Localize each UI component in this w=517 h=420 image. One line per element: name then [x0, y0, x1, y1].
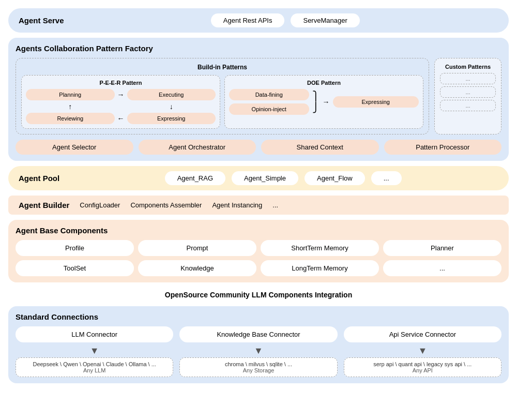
profile-pill: Profile: [16, 240, 134, 256]
pattern-processor-pill: Pattern Processor: [384, 140, 502, 155]
longterm-memory-pill: LongTerm Memory: [261, 260, 379, 276]
agent-rest-apis-pill: Agent Rest APIs: [211, 13, 285, 27]
knowledge-arrow-down: ▼: [254, 346, 263, 356]
api-arrow-down: ▼: [418, 346, 427, 356]
custom-box-3: ...: [440, 100, 496, 111]
doe-layout: Data-fining Opinion-inject ⎫⎭ → Expressi…: [229, 89, 419, 115]
llm-connector-group: ▼ Deepseek \ Qwen \ Openai \ Claude \ Ol…: [16, 346, 173, 377]
doe-left: Data-fining Opinion-inject: [229, 89, 309, 115]
builtin-label: Build-in Patterns: [21, 64, 423, 71]
agent-simple-pill: Agent_Simple: [232, 171, 298, 185]
agent-instancing-item: Agent Instancing: [212, 201, 262, 209]
agent-builder-title: Agent Builder: [19, 201, 69, 209]
agent-orchestrator-pill: Agent Orchestrator: [139, 140, 256, 155]
arrow-down-right: ↓: [127, 102, 216, 111]
base-components-section: Agent Base Components Profile Prompt Sho…: [8, 220, 509, 282]
knowledge-connector-group: ▼ chroma \ milvus \ sqlite \ ...Any Stor…: [179, 346, 337, 377]
collaboration-title: Agents Collaboration Pattern Factory: [16, 44, 501, 53]
executing-node: Executing: [127, 89, 216, 100]
agent-serve-section: Agent Serve Agent Rest APIs ServeManager: [8, 8, 509, 33]
agent-serve-pills: Agent Rest APIs ServeManager: [72, 13, 498, 27]
peer-pattern-box: P-E-E-R Pattern Planning → Executing ↑ ↓…: [21, 75, 220, 129]
peer-grid: Planning → Executing ↑ ↓ Reviewing ← Exp…: [26, 89, 216, 124]
planning-node: Planning: [26, 89, 115, 100]
base-components-title: Agent Base Components: [16, 226, 501, 235]
patterns-row: P-E-E-R Pattern Planning → Executing ↑ ↓…: [21, 75, 423, 129]
llm-connector-pill: LLM Connector: [16, 326, 173, 342]
peer-title: P-E-E-R Pattern: [26, 80, 216, 86]
collaboration-section: Agents Collaboration Pattern Factory Bui…: [8, 38, 509, 161]
opensource-label: OpenSource Community LLM Components Inte…: [8, 288, 509, 302]
agent-builder-more: ...: [272, 201, 278, 209]
api-connector-group: ▼ serp api \ quant api \ legacy sys api …: [344, 346, 501, 377]
base-components-grid: Profile Prompt ShortTerm Memory Planner …: [16, 240, 501, 276]
collab-inner: Build-in Patterns P-E-E-R Pattern Planni…: [16, 58, 501, 134]
doe-expressing-node: Expressing: [333, 96, 419, 108]
doe-title: DOE Pattern: [229, 80, 419, 86]
data-fining-node: Data-fining: [229, 89, 309, 100]
custom-box-1: ...: [440, 73, 496, 84]
api-service-connector-pill: Api Service Connector: [344, 326, 501, 342]
knowledge-base-connector-pill: Knowledge Base Connector: [179, 326, 337, 342]
std-pills-row: LLM Connector Knowledge Base Connector A…: [16, 326, 501, 342]
knowledge-connector-dashed: chroma \ milvus \ sqlite \ ...Any Storag…: [179, 357, 337, 377]
collab-bottom-pills: Agent Selector Agent Orchestrator Shared…: [16, 140, 501, 155]
expressing-peer-node: Expressing: [127, 113, 216, 124]
llm-arrow-down: ▼: [90, 346, 99, 356]
opinion-inject-node: Opinion-inject: [229, 103, 309, 115]
arrow-right-1: →: [116, 91, 126, 99]
base-more: ...: [383, 260, 501, 276]
doe-pattern-box: DOE Pattern Data-fining Opinion-inject ⎫…: [224, 75, 423, 129]
std-connections-title: Standard Connections: [16, 312, 501, 321]
agent-flow-pill: Agent_Flow: [305, 171, 365, 185]
arrow-left-1: ←: [116, 114, 126, 123]
config-loader-item: ConfigLoader: [80, 201, 120, 209]
reviewing-node: Reviewing: [26, 113, 115, 124]
prompt-pill: Prompt: [138, 240, 256, 256]
doe-arrow: →: [323, 98, 330, 106]
agent-serve-title: Agent Serve: [19, 16, 64, 25]
agent-pool-more: ...: [371, 171, 402, 185]
arrow-up-left: ↑: [26, 102, 115, 111]
agent-pool-section: Agent Pool Agent_RAG Agent_Simple Agent_…: [8, 166, 509, 190]
custom-label: Custom Patterns: [440, 64, 496, 70]
agent-pool-title: Agent Pool: [19, 174, 59, 183]
knowledge-pill: Knowledge: [138, 260, 256, 276]
doe-bracket: ⎫⎭: [312, 91, 320, 113]
agent-builder-section: Agent Builder ConfigLoader Components As…: [8, 196, 509, 215]
planner-pill: Planner: [383, 240, 501, 256]
custom-box-2: ...: [440, 86, 496, 98]
connectors-row: ▼ Deepseek \ Qwen \ Openai \ Claude \ Ol…: [16, 346, 501, 377]
shortterm-memory-pill: ShortTerm Memory: [261, 240, 379, 256]
llm-connector-dashed: Deepseek \ Qwen \ Openai \ Claude \ Olla…: [16, 357, 173, 377]
standard-connections-section: Standard Connections LLM Connector Knowl…: [8, 306, 509, 383]
builtin-patterns: Build-in Patterns P-E-E-R Pattern Planni…: [16, 58, 429, 134]
shared-context-pill: Shared Context: [261, 140, 379, 155]
agent-selector-pill: Agent Selector: [16, 140, 133, 155]
components-assembler-item: Components Assembler: [130, 201, 202, 209]
api-connector-dashed: serp api \ quant api \ legacy sys api \ …: [344, 357, 501, 377]
agent-rag-pill: Agent_RAG: [165, 171, 225, 185]
agent-pool-pills: Agent_RAG Agent_Simple Agent_Flow ...: [68, 171, 498, 185]
custom-patterns: Custom Patterns ... ... ...: [434, 58, 501, 134]
toolset-pill: ToolSet: [16, 260, 134, 276]
serve-manager-pill: ServeManager: [291, 13, 359, 27]
